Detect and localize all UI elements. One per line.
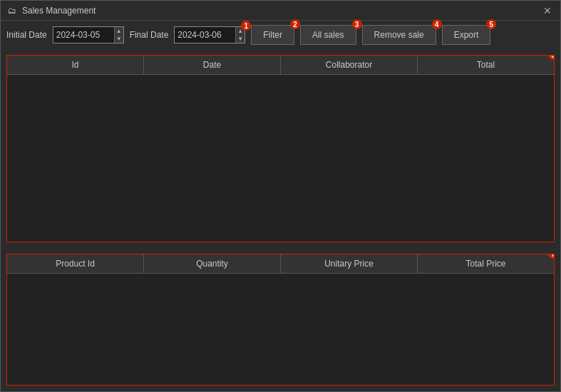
detail-table-header: Product Id Quantity Unitary Price Total … <box>7 254 554 274</box>
filter-btn-wrapper: Filter 2 <box>251 25 294 45</box>
filter-button[interactable]: Filter <box>251 25 294 45</box>
badge-3: 3 <box>352 19 362 29</box>
final-date-down[interactable]: ▼ <box>236 35 245 43</box>
remove-sale-button[interactable]: Remove sale <box>362 25 436 45</box>
title-bar: 🗂 Sales Management ✕ <box>1 1 560 21</box>
all-sales-btn-wrapper: All sales 3 <box>300 25 356 45</box>
remove-sale-btn-wrapper: Remove sale 4 <box>362 25 436 45</box>
toolbar: Initial Date ▲ ▼ Final Date ▲ ▼ <box>1 21 560 49</box>
col-date: Date <box>144 56 281 74</box>
badge-1: 1 <box>241 21 251 31</box>
window-title: Sales Management <box>22 6 96 16</box>
export-btn-wrapper: Export 5 <box>442 25 491 45</box>
initial-date-spinner: ▲ ▼ <box>114 27 123 43</box>
initial-date-input-wrapper: ▲ ▼ <box>53 26 124 43</box>
initial-date-label: Initial Date <box>6 30 47 40</box>
badge-4: 4 <box>432 19 442 29</box>
initial-date-down[interactable]: ▼ <box>115 35 123 43</box>
col-id: Id <box>7 56 144 74</box>
final-date-label: Final Date <box>130 30 169 40</box>
final-date-input[interactable] <box>175 27 235 43</box>
sales-table-body <box>7 75 554 242</box>
initial-date-input[interactable] <box>53 27 114 43</box>
close-button[interactable]: ✕ <box>540 6 555 16</box>
detail-table-container: 7 Product Id Quantity Unitary Price Tota… <box>6 254 555 386</box>
all-sales-button[interactable]: All sales <box>300 25 356 45</box>
col-collaborator: Collaborator <box>281 56 418 74</box>
main-content: 6 Id Date Collaborator Total 7 Product I… <box>1 49 560 391</box>
badge-5: 5 <box>486 19 496 29</box>
col-total-price: Total Price <box>418 254 554 273</box>
badge-2: 2 <box>290 19 300 29</box>
col-total: Total <box>418 56 554 74</box>
detail-table-body <box>7 274 554 385</box>
date-group: Initial Date ▲ ▼ Final Date ▲ ▼ <box>6 26 245 43</box>
title-bar-left: 🗂 Sales Management <box>6 5 96 16</box>
col-unitary-price: Unitary Price <box>281 254 418 273</box>
initial-date-up[interactable]: ▲ <box>115 27 123 35</box>
sales-table-container: 6 Id Date Collaborator Total <box>6 55 555 242</box>
col-product-id: Product Id <box>7 254 144 273</box>
app-icon: 🗂 <box>6 5 18 16</box>
date-group-wrapper: Initial Date ▲ ▼ Final Date ▲ ▼ <box>6 26 245 43</box>
main-window: 🗂 Sales Management ✕ Initial Date ▲ ▼ Fi… <box>0 0 561 392</box>
col-quantity: Quantity <box>144 254 281 273</box>
sales-table-header: Id Date Collaborator Total <box>7 56 554 75</box>
export-button[interactable]: Export <box>442 25 491 45</box>
final-date-input-wrapper: ▲ ▼ <box>174 26 245 43</box>
